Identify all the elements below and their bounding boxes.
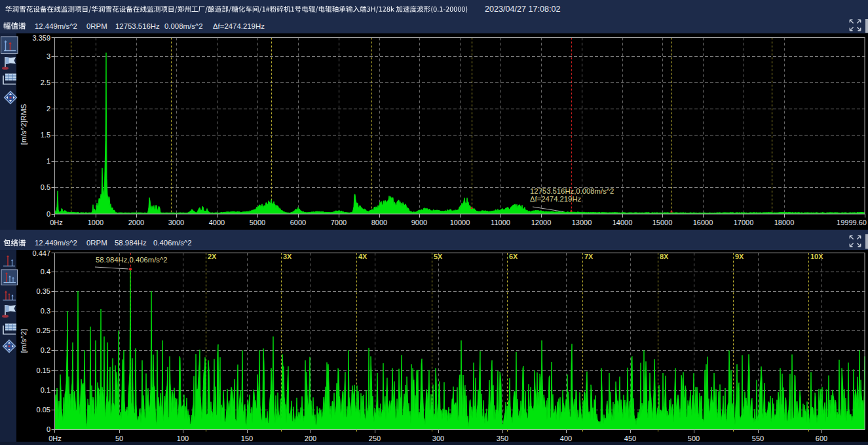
svg-text:0.1: 0.1 (41, 386, 50, 394)
svg-text:550: 550 (752, 435, 764, 442)
svg-text:58.984Hz,0.406m/s^2: 58.984Hz,0.406m/s^2 (96, 256, 168, 264)
svg-text:16000: 16000 (693, 219, 713, 226)
svg-text:3X: 3X (283, 253, 292, 260)
svg-text:12.449m/s^2: 12.449m/s^2 (35, 239, 77, 247)
svg-text:0.2: 0.2 (41, 346, 50, 354)
svg-text:0.447: 0.447 (32, 250, 50, 257)
svg-text:12753.516Hz,0.008m/s^2: 12753.516Hz,0.008m/s^2 (530, 187, 614, 195)
svg-text:[m/s^2]RMS: [m/s^2]RMS (20, 104, 28, 145)
svg-text:3000: 3000 (168, 219, 184, 226)
svg-text:250: 250 (369, 435, 381, 442)
svg-text:9000: 9000 (411, 219, 427, 226)
svg-text:6000: 6000 (290, 219, 306, 226)
svg-text:5X: 5X (434, 253, 443, 260)
svg-text:2023/04/27 17:08:02: 2023/04/27 17:08:02 (485, 5, 561, 14)
svg-text:58.984Hz: 58.984Hz (115, 239, 147, 247)
svg-text:8X: 8X (660, 253, 669, 260)
svg-text:8000: 8000 (371, 219, 387, 226)
svg-text:0.25: 0.25 (37, 327, 50, 334)
svg-text:350: 350 (497, 435, 508, 442)
svg-text:0.4: 0.4 (41, 268, 50, 276)
svg-text:3.359: 3.359 (32, 34, 50, 42)
svg-text:2: 2 (47, 105, 50, 113)
svg-text:0.35: 0.35 (37, 287, 50, 295)
svg-text:15000: 15000 (652, 219, 673, 226)
svg-text:2.5: 2.5 (41, 79, 50, 86)
svg-text:0RPM: 0RPM (86, 22, 107, 30)
svg-text:Δf=2474.219Hz: Δf=2474.219Hz (213, 22, 265, 30)
svg-text:150: 150 (241, 435, 253, 442)
svg-text:Δf=2474.219Hz: Δf=2474.219Hz (530, 195, 582, 203)
svg-text:0: 0 (47, 425, 50, 433)
svg-text:0.3: 0.3 (41, 307, 50, 315)
svg-text:[m/s^2]: [m/s^2] (20, 329, 28, 353)
svg-text:1: 1 (47, 157, 50, 165)
svg-text:9X: 9X (735, 253, 744, 260)
svg-text:12000: 12000 (531, 219, 552, 226)
svg-text:0RPM: 0RPM (86, 239, 107, 247)
svg-text:3: 3 (47, 52, 50, 60)
svg-text:0.5: 0.5 (41, 183, 50, 191)
svg-text:50: 50 (115, 435, 123, 442)
svg-text:0.15: 0.15 (37, 366, 50, 374)
svg-text:7X: 7X (584, 253, 594, 260)
svg-text:10000: 10000 (450, 219, 470, 226)
svg-text:100: 100 (177, 435, 189, 442)
svg-text:13000: 13000 (572, 219, 592, 226)
svg-text:0.008m/s^2: 0.008m/s^2 (164, 22, 203, 30)
svg-text:300: 300 (432, 435, 444, 442)
svg-text:400: 400 (560, 435, 572, 442)
svg-text:2X: 2X (208, 253, 217, 260)
svg-text:4X: 4X (358, 253, 368, 260)
svg-text:0Hz: 0Hz (50, 219, 63, 226)
svg-text:11000: 11000 (491, 219, 510, 226)
svg-text:12.449m/s^2: 12.449m/s^2 (35, 22, 77, 30)
svg-text:17000: 17000 (734, 219, 754, 226)
svg-text:4000: 4000 (209, 219, 225, 226)
svg-text:1000: 1000 (88, 219, 104, 226)
svg-text:5000: 5000 (250, 219, 265, 226)
svg-text:18000: 18000 (774, 219, 795, 226)
svg-text:450: 450 (624, 435, 636, 442)
svg-text:500: 500 (688, 435, 700, 442)
svg-text:0.05: 0.05 (37, 406, 50, 414)
svg-text:19999.60: 19999.60 (837, 219, 867, 226)
svg-text:0.406m/s^2: 0.406m/s^2 (153, 239, 192, 247)
svg-text:14000: 14000 (613, 219, 633, 226)
svg-text:600: 600 (816, 435, 827, 442)
svg-text:6X: 6X (509, 253, 518, 260)
svg-text:7000: 7000 (331, 219, 347, 226)
svg-text:0: 0 (47, 210, 50, 218)
svg-text:1.5: 1.5 (41, 131, 50, 139)
svg-text:0Hz: 0Hz (48, 435, 62, 442)
svg-text:10X: 10X (810, 253, 823, 260)
svg-text:12753.516Hz: 12753.516Hz (115, 22, 160, 30)
svg-text:2000: 2000 (128, 219, 144, 226)
svg-text:200: 200 (305, 435, 316, 442)
